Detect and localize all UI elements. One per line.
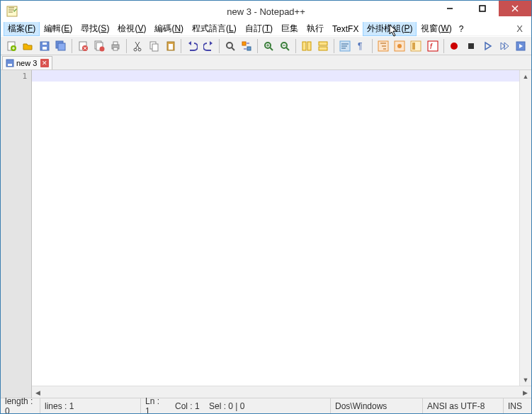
show-chars-button[interactable]: ¶ [353,38,368,54]
minimize-button[interactable] [434,1,466,16]
indent-guide-button[interactable] [375,38,390,54]
replace-button[interactable] [239,38,254,54]
svg-rect-43 [468,43,474,49]
menu-textfx[interactable]: TextFX [328,23,363,35]
udl-button[interactable] [392,38,407,54]
status-eol: Dos\Windows [331,398,423,413]
find-button[interactable] [222,38,237,54]
scroll-down-arrow[interactable]: ▼ [520,374,531,386]
tab-close-icon[interactable]: ✕ [40,59,49,67]
menu-search[interactable]: 尋找(S) [77,21,113,36]
line-number-gutter: 1 [1,70,32,398]
macro-play-button[interactable] [480,38,495,54]
status-lines: lines : 1 [40,398,141,413]
menubar-close-x[interactable]: X [511,23,528,34]
toolbar-separator [257,39,258,53]
svg-rect-21 [152,44,158,51]
toolbar-separator [443,39,444,53]
zoom-out-button[interactable] [278,38,293,54]
svg-rect-2 [480,6,485,11]
scroll-left-arrow[interactable]: ◀ [32,386,44,398]
scroll-track[interactable] [520,82,531,374]
close-button[interactable] [499,1,531,16]
toolbar-separator [295,39,296,53]
svg-rect-32 [319,47,327,50]
svg-point-14 [99,46,104,51]
menubar: 檔案(F) 編輯(E) 尋找(S) 檢視(V) 編碼(N) 程式語言(L) 自訂… [1,22,531,36]
close-all-button[interactable] [91,38,106,54]
open-file-button[interactable] [20,38,35,54]
menu-help[interactable]: ? [459,24,464,34]
macro-play-multi-button[interactable] [497,38,511,54]
copy-button[interactable] [147,38,162,54]
svg-rect-6 [43,47,47,50]
sync-h-button[interactable] [316,38,331,54]
file-tab[interactable]: new 3 ✕ [2,56,52,69]
svg-rect-30 [307,42,311,50]
macro-stop-button[interactable] [463,38,478,54]
svg-rect-7 [43,43,47,45]
toolbar: ¶ f [1,36,531,55]
status-col: Col : 1 [171,398,205,413]
doc-map-button[interactable] [409,38,424,54]
paste-button[interactable] [163,38,178,54]
scroll-up-arrow[interactable]: ▲ [520,70,531,82]
svg-rect-26 [247,47,251,50]
editor: 1 ▲ ▼ ◀ ▶ [1,70,531,398]
menu-macro[interactable]: 巨集 [277,21,302,36]
close-file-button[interactable] [75,38,90,54]
undo-button[interactable] [184,38,199,54]
file-icon [6,59,14,67]
app-icon [6,6,18,17]
line-number: 1 [1,72,27,81]
toolbar-separator [219,39,220,53]
svg-rect-25 [242,42,246,45]
titlebar: new 3 - Notepad++ [1,1,531,22]
svg-rect-16 [113,42,118,45]
toolbar-separator [126,39,127,53]
menu-settings[interactable]: 自訂(T) [241,21,277,36]
tab-label: new 3 [16,59,37,67]
func-list-button[interactable]: f [425,38,440,54]
maximize-button[interactable] [466,1,499,16]
menu-plugins[interactable]: 外掛模組(P) [363,21,417,36]
macro-record-button[interactable] [447,38,462,54]
save-button[interactable] [37,38,52,54]
toolbar-separator [334,39,334,53]
horizontal-scrollbar[interactable]: ◀ ▶ [32,386,531,398]
cut-button[interactable] [130,38,145,54]
zoom-in-button[interactable] [261,38,276,54]
toolbar-separator [372,39,373,53]
print-button[interactable] [108,38,123,54]
svg-rect-17 [113,47,118,50]
status-sel: Sel : 0 | 0 [205,398,331,413]
menu-file[interactable]: 檔案(F) [4,21,40,36]
status-length: length : 0 [1,398,40,413]
sync-v-button[interactable] [299,38,314,54]
macro-save-button[interactable] [513,38,528,54]
svg-rect-31 [319,42,327,45]
scroll-right-arrow[interactable]: ▶ [519,386,531,398]
menu-language[interactable]: 程式語言(L) [188,21,241,36]
status-ln: Ln : 1 [141,398,171,413]
redo-button[interactable] [201,38,216,54]
menu-run[interactable]: 執行 [302,21,328,36]
toolbar-separator [181,39,181,53]
svg-rect-39 [412,43,415,50]
menu-view[interactable]: 檢視(V) [113,21,150,36]
save-all-button[interactable] [53,38,68,54]
window-controls [434,1,531,22]
vertical-scrollbar[interactable]: ▲ ▼ [519,70,531,386]
wordwrap-button[interactable] [337,38,352,54]
svg-rect-29 [302,42,306,50]
menu-window[interactable]: 視窗(W) [417,21,455,36]
tabbar: new 3 ✕ [1,55,531,70]
menu-edit[interactable]: 編輯(E) [40,21,77,36]
statusbar: length : 0 lines : 1 Ln : 1 Col : 1 Sel … [1,398,531,413]
new-file-button[interactable] [4,38,18,54]
text-area[interactable]: ▲ ▼ ◀ ▶ [32,70,531,398]
menu-encoding[interactable]: 編碼(N) [150,21,188,36]
current-line-highlight [32,70,531,82]
toolbar-separator [72,39,72,53]
status-mode: INS [504,398,531,413]
